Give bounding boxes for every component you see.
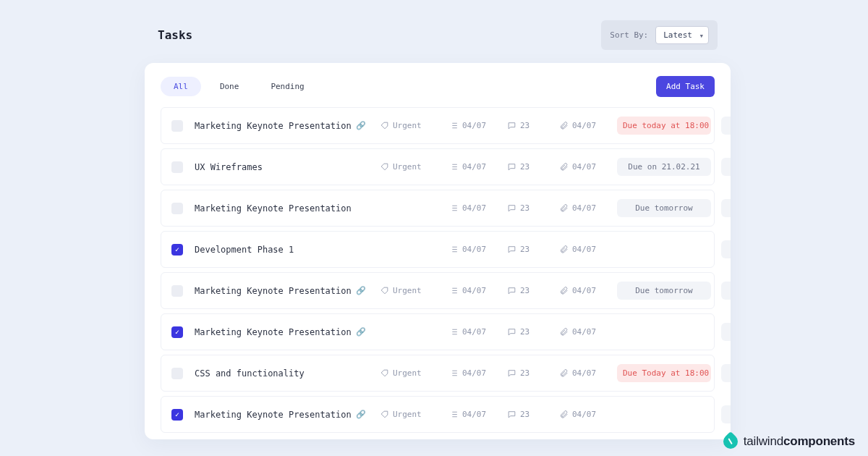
task-checkbox[interactable]: [171, 203, 183, 214]
attachments-chip: 04/07: [559, 286, 605, 295]
attachments-chip: 04/07: [559, 410, 605, 419]
comments-chip: 23: [507, 162, 548, 172]
comments-chip: 23: [507, 121, 548, 130]
comments-chip: 23: [507, 327, 548, 337]
subtasks-chip: 04/07: [449, 162, 495, 172]
view-button[interactable]: View: [721, 240, 731, 258]
subtasks-chip: 04/07: [449, 121, 495, 130]
subtasks-chip: 04/07: [449, 327, 495, 337]
tab-done[interactable]: Done: [207, 77, 252, 96]
task-row: CSS and functionalityUrgent04/072304/07D…: [161, 355, 715, 392]
task-checkbox[interactable]: [171, 120, 183, 132]
attachments-chip: 04/07: [559, 368, 605, 378]
subtasks-chip: 04/07: [449, 245, 495, 254]
link-icon: 🔗: [356, 121, 366, 130]
task-name: CSS and functionality: [195, 368, 368, 379]
task-list[interactable]: Marketing Keynote Presentation🔗Urgent04/…: [145, 107, 731, 435]
task-checkbox[interactable]: [171, 326, 183, 338]
view-button[interactable]: View: [721, 199, 731, 217]
due-badge: Due on 21.02.21: [617, 158, 711, 176]
due-badge: [617, 410, 711, 419]
task-name: Marketing Keynote Presentation🔗: [195, 410, 368, 420]
attachments-chip: 04/07: [559, 327, 605, 337]
subtasks-chip: 04/07: [449, 286, 495, 295]
brand-logo: tailwindcomponents: [723, 434, 855, 449]
task-checkbox[interactable]: [171, 244, 183, 256]
link-icon: 🔗: [356, 327, 366, 337]
urgent-chip: Urgent: [380, 162, 438, 172]
due-badge: [617, 328, 711, 337]
comments-chip: 23: [507, 410, 548, 419]
view-button[interactable]: View: [721, 158, 731, 176]
urgent-chip: Urgent: [380, 410, 438, 419]
sort-label: Sort By:: [610, 30, 648, 40]
add-task-button[interactable]: Add Task: [656, 76, 715, 97]
tab-pending[interactable]: Pending: [258, 77, 317, 96]
task-row: Marketing Keynote Presentation04/072304/…: [161, 190, 715, 227]
due-badge: Due today at 18:00: [617, 117, 711, 135]
task-checkbox[interactable]: [171, 285, 183, 297]
due-badge: [617, 245, 711, 254]
comments-chip: 23: [507, 245, 548, 254]
tab-all[interactable]: All: [161, 77, 201, 96]
task-name: Marketing Keynote Presentation🔗: [195, 327, 368, 337]
urgent-chip: Urgent: [380, 121, 438, 130]
attachments-chip: 04/07: [559, 245, 605, 254]
subtasks-chip: 04/07: [449, 203, 495, 213]
task-row: Marketing Keynote Presentation🔗Urgent04/…: [161, 396, 715, 433]
task-row: Marketing Keynote Presentation🔗04/072304…: [161, 313, 715, 350]
task-row: Marketing Keynote Presentation🔗Urgent04/…: [161, 107, 715, 144]
task-name: Development Phase 1: [195, 245, 368, 255]
attachments-chip: 04/07: [559, 162, 605, 172]
task-name: Marketing Keynote Presentation🔗: [195, 121, 368, 131]
attachments-chip: 04/07: [559, 203, 605, 213]
task-name: UX Wireframes: [195, 162, 368, 172]
due-badge: Due Today at 18:00: [617, 364, 711, 382]
view-button[interactable]: View: [721, 364, 731, 382]
task-row: UX WireframesUrgent04/072304/07Due on 21…: [161, 148, 715, 185]
chevron-down-icon: ▾: [699, 30, 704, 40]
page-title: Tasks: [158, 28, 192, 42]
task-name: Marketing Keynote Presentation🔗: [195, 286, 368, 296]
comments-chip: 23: [507, 368, 548, 378]
sort-control: Sort By: Latest ▾: [601, 20, 718, 50]
subtasks-chip: 04/07: [449, 410, 495, 419]
sort-select[interactable]: Latest ▾: [655, 26, 709, 44]
task-row: Development Phase 104/072304/07View⋯: [161, 231, 715, 268]
task-checkbox[interactable]: [171, 161, 183, 173]
sort-value: Latest: [663, 30, 692, 40]
leaf-icon: [720, 431, 741, 452]
task-name: Marketing Keynote Presentation: [195, 203, 368, 214]
tabs: All Done Pending: [161, 77, 318, 96]
attachments-chip: 04/07: [559, 121, 605, 130]
subtasks-chip: 04/07: [449, 368, 495, 378]
tasks-panel: All Done Pending Add Task Marketing Keyn…: [145, 63, 731, 439]
task-checkbox[interactable]: [171, 409, 183, 421]
task-checkbox[interactable]: [171, 368, 183, 379]
comments-chip: 23: [507, 203, 548, 213]
link-icon: 🔗: [356, 286, 366, 295]
due-badge: Due tomorrow: [617, 199, 711, 217]
task-row: Marketing Keynote Presentation🔗Urgent04/…: [161, 272, 715, 309]
due-badge: Due tomorrow: [617, 282, 711, 300]
urgent-chip: Urgent: [380, 368, 438, 378]
urgent-chip: Urgent: [380, 286, 438, 295]
view-button[interactable]: View: [721, 405, 731, 423]
view-button[interactable]: View: [721, 323, 731, 341]
view-button[interactable]: View: [721, 117, 731, 135]
comments-chip: 23: [507, 286, 548, 295]
view-button[interactable]: View: [721, 282, 731, 300]
link-icon: 🔗: [356, 410, 366, 419]
